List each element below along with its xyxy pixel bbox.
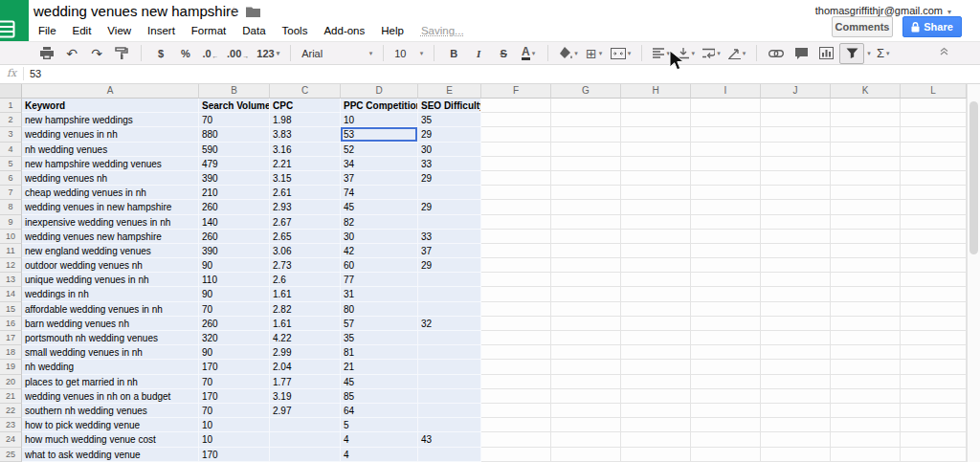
cell-C4[interactable]: 3.16 — [270, 143, 341, 157]
column-header-G[interactable]: G — [551, 84, 621, 99]
cell-K17[interactable] — [831, 331, 901, 345]
column-header-H[interactable]: H — [621, 84, 691, 99]
cell-L11[interactable] — [901, 244, 967, 258]
cell-I10[interactable] — [691, 230, 761, 244]
cell-D23[interactable]: 5 — [341, 418, 418, 432]
cell-I8[interactable] — [691, 200, 761, 214]
cell-A18[interactable]: small wedding venues in nh — [22, 345, 199, 360]
cell-I20[interactable] — [691, 375, 761, 389]
cell-F3[interactable] — [481, 127, 551, 142]
cell-J14[interactable] — [761, 287, 831, 301]
cell-L19[interactable] — [901, 360, 967, 374]
cell-A9[interactable]: inexpensive wedding venues in nh — [22, 215, 199, 230]
cell-J9[interactable] — [761, 215, 831, 230]
cell-B22[interactable]: 70 — [199, 404, 270, 418]
row-header-21[interactable]: 21 — [0, 389, 22, 404]
column-header-I[interactable]: I — [691, 84, 761, 99]
cell-I16[interactable] — [691, 317, 761, 331]
cell-J1[interactable] — [761, 99, 831, 113]
cell-J13[interactable] — [761, 273, 831, 287]
horizontal-align-button[interactable]: ▾ — [650, 44, 673, 63]
cell-F11[interactable] — [481, 244, 551, 258]
cell-C12[interactable]: 2.73 — [270, 258, 341, 273]
cell-A25[interactable]: what to ask wedding venue — [22, 448, 199, 462]
menu-item-insert[interactable]: Insert — [141, 24, 182, 37]
cell-D1[interactable]: PPC Competition — [341, 99, 418, 113]
menu-item-file[interactable]: File — [32, 24, 63, 37]
share-button[interactable]: Share — [902, 16, 962, 37]
cell-F8[interactable] — [481, 200, 551, 214]
cell-C13[interactable]: 2.6 — [270, 273, 341, 287]
cell-H19[interactable] — [621, 360, 691, 374]
cell-A14[interactable]: weddings in nh — [22, 287, 199, 301]
cell-E16[interactable]: 32 — [418, 317, 481, 331]
cell-D5[interactable]: 34 — [341, 157, 418, 171]
cell-F6[interactable] — [481, 171, 551, 186]
cell-E20[interactable] — [418, 375, 481, 389]
cell-H9[interactable] — [621, 215, 691, 230]
cell-L16[interactable] — [901, 317, 967, 331]
cell-J10[interactable] — [761, 230, 831, 244]
cell-F24[interactable] — [481, 432, 551, 447]
cell-L7[interactable] — [901, 186, 967, 200]
cell-B4[interactable]: 590 — [199, 143, 270, 157]
cell-G11[interactable] — [551, 244, 621, 258]
cell-D12[interactable]: 60 — [341, 258, 418, 273]
cell-H1[interactable] — [621, 99, 691, 113]
cell-A5[interactable]: new hampshire wedding venues — [22, 157, 199, 171]
comments-button[interactable]: Comments — [832, 16, 893, 37]
cell-I13[interactable] — [691, 273, 761, 287]
formula-input[interactable]: 53 — [30, 68, 41, 79]
cell-C19[interactable]: 2.04 — [270, 360, 341, 374]
fill-color-button[interactable]: ▾ — [556, 44, 581, 63]
cell-K4[interactable] — [831, 143, 901, 157]
cell-H13[interactable] — [621, 273, 691, 287]
insert-comment-icon[interactable] — [790, 44, 813, 63]
row-header-3[interactable]: 3 — [0, 127, 22, 142]
column-header-A[interactable]: A — [22, 84, 199, 99]
cell-G3[interactable] — [551, 127, 621, 142]
cell-A23[interactable]: how to pick wedding venue — [22, 418, 199, 432]
cell-I19[interactable] — [691, 360, 761, 374]
cell-D22[interactable]: 64 — [341, 404, 418, 418]
cell-H16[interactable] — [621, 317, 691, 331]
more-formats-button[interactable]: 123▾ — [254, 44, 282, 63]
cell-C25[interactable] — [270, 448, 341, 462]
column-header-F[interactable]: F — [481, 84, 551, 99]
cell-C21[interactable]: 3.19 — [270, 389, 341, 404]
vertical-align-button[interactable]: ▾ — [675, 44, 698, 63]
cell-A10[interactable]: wedding venues new hampshire — [22, 230, 199, 244]
cell-F18[interactable] — [481, 345, 551, 360]
cell-I18[interactable] — [691, 345, 761, 360]
cell-K9[interactable] — [831, 215, 901, 230]
cell-J4[interactable] — [761, 143, 831, 157]
column-header-L[interactable]: L — [901, 84, 967, 99]
cell-K12[interactable] — [831, 258, 901, 273]
cell-I5[interactable] — [691, 157, 761, 171]
cell-D11[interactable]: 42 — [341, 244, 418, 258]
cell-E19[interactable] — [418, 360, 481, 374]
cell-E6[interactable]: 29 — [418, 171, 481, 186]
cell-B10[interactable]: 260 — [199, 230, 270, 244]
cell-L2[interactable] — [901, 113, 967, 127]
functions-button[interactable]: Σ ▾ — [872, 44, 895, 63]
cell-H20[interactable] — [621, 375, 691, 389]
menu-item-edit[interactable]: Edit — [66, 24, 99, 37]
cell-E8[interactable]: 29 — [418, 200, 481, 214]
cell-I21[interactable] — [691, 389, 761, 404]
cell-J8[interactable] — [761, 200, 831, 214]
cell-H7[interactable] — [621, 186, 691, 200]
menu-item-data[interactable]: Data — [235, 24, 272, 37]
cell-B6[interactable]: 390 — [199, 171, 270, 186]
cell-A19[interactable]: nh wedding — [22, 360, 199, 374]
cell-L21[interactable] — [901, 389, 967, 404]
cell-E1[interactable]: SEO Difficulty — [418, 99, 481, 113]
column-header-K[interactable]: K — [831, 84, 901, 99]
cell-B25[interactable]: 170 — [199, 448, 270, 462]
cell-B14[interactable]: 90 — [199, 287, 270, 301]
menu-item-view[interactable]: View — [100, 24, 138, 37]
cell-A24[interactable]: how much wedding venue cost — [22, 432, 199, 447]
cell-C2[interactable]: 1.98 — [270, 113, 341, 127]
cell-K8[interactable] — [831, 200, 901, 214]
cell-L17[interactable] — [901, 331, 967, 345]
